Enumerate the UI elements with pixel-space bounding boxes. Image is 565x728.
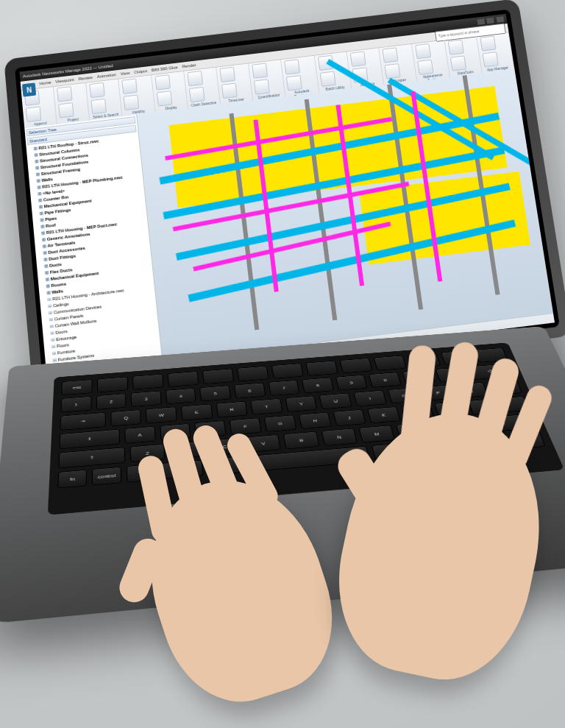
key[interactable] bbox=[168, 371, 199, 387]
key[interactable]: J bbox=[333, 409, 366, 426]
key[interactable]: 1 bbox=[60, 396, 91, 413]
ribbon-button-icon[interactable] bbox=[124, 94, 140, 110]
key[interactable]: R bbox=[216, 401, 248, 418]
key[interactable]: 6 bbox=[234, 383, 266, 399]
key[interactable] bbox=[374, 356, 408, 371]
key[interactable]: N bbox=[321, 428, 358, 446]
tab-home[interactable]: Home bbox=[39, 80, 51, 86]
tab-output[interactable]: Output bbox=[134, 68, 147, 74]
ribbon-button-icon[interactable] bbox=[89, 82, 105, 98]
app-menu-button[interactable]: N bbox=[22, 82, 36, 96]
key[interactable]: W bbox=[146, 406, 177, 423]
key[interactable]: E bbox=[181, 404, 213, 421]
minimize-icon[interactable] bbox=[477, 18, 485, 25]
key[interactable]: M bbox=[358, 425, 395, 442]
ribbon-button-icon[interactable] bbox=[415, 43, 431, 59]
ribbon-button-icon[interactable] bbox=[383, 47, 399, 63]
tab-viewpoint[interactable]: Viewpoint bbox=[55, 77, 74, 84]
key[interactable]: 5 bbox=[199, 385, 231, 401]
ribbon-button-icon[interactable] bbox=[219, 67, 235, 82]
key[interactable] bbox=[132, 374, 164, 390]
close-icon[interactable] bbox=[496, 16, 504, 23]
ribbon-group: TimeLiner bbox=[216, 63, 253, 105]
ribbon-group: Quantification bbox=[249, 60, 285, 102]
key[interactable]: G bbox=[264, 415, 296, 432]
maximize-icon[interactable] bbox=[486, 17, 494, 24]
key[interactable]: 4 bbox=[166, 388, 196, 404]
key[interactable]: I bbox=[353, 390, 387, 406]
ribbon-group: Visibility bbox=[119, 75, 156, 117]
key[interactable]: U bbox=[319, 393, 352, 409]
ribbon-button-icon[interactable] bbox=[482, 52, 498, 67]
ribbon-group: App Manager bbox=[477, 32, 515, 74]
app-screen: Autodesk Navisworks Manage 2022 — Untitl… bbox=[19, 14, 555, 386]
tab-review[interactable]: Review bbox=[78, 75, 93, 81]
ribbon-group: Display bbox=[152, 71, 188, 113]
key[interactable]: T bbox=[250, 398, 282, 415]
ribbon-button-icon[interactable] bbox=[480, 36, 496, 52]
ribbon-button-icon[interactable] bbox=[187, 71, 203, 86]
ribbon-button-icon[interactable] bbox=[385, 63, 401, 79]
ribbon-button-icon[interactable] bbox=[417, 60, 433, 75]
ribbon-group: Autodesk Rendering bbox=[281, 56, 320, 98]
key[interactable] bbox=[305, 361, 338, 376]
ribbon-button-icon[interactable] bbox=[286, 75, 302, 91]
key[interactable]: H bbox=[299, 412, 332, 429]
key[interactable] bbox=[202, 369, 235, 384]
ribbon-button-icon[interactable] bbox=[156, 91, 172, 106]
ribbon-group: Clash Detective bbox=[184, 68, 221, 110]
ribbon-group: Select & Search bbox=[86, 79, 123, 121]
ribbon-button-icon[interactable] bbox=[58, 102, 74, 119]
ribbon-group: DataTools bbox=[444, 36, 483, 77]
tab-bim360[interactable]: BIM 360 Glue bbox=[151, 65, 177, 72]
key[interactable]: 0 bbox=[369, 372, 402, 388]
key[interactable]: 7 bbox=[268, 380, 300, 396]
key-ctrl[interactable]: control bbox=[92, 467, 121, 486]
key-fn[interactable]: fn bbox=[57, 470, 87, 489]
ribbon-button-icon[interactable] bbox=[284, 59, 300, 74]
key-shift[interactable]: ⇧ bbox=[58, 447, 126, 468]
ribbon-button-icon[interactable] bbox=[447, 40, 463, 55]
key[interactable]: K bbox=[367, 406, 401, 423]
ribbon-button-icon[interactable] bbox=[252, 63, 268, 78]
key[interactable]: Q bbox=[110, 409, 141, 426]
key[interactable]: Y bbox=[285, 395, 318, 412]
ribbon-button-icon[interactable] bbox=[122, 79, 138, 94]
ribbon-button-icon[interactable] bbox=[350, 52, 366, 67]
key[interactable] bbox=[237, 366, 269, 381]
key[interactable]: F bbox=[230, 417, 262, 435]
key[interactable]: 3 bbox=[131, 391, 162, 407]
key[interactable]: 8 bbox=[302, 378, 334, 394]
key-caps[interactable]: ⇪ bbox=[59, 429, 119, 449]
key[interactable]: 2 bbox=[96, 393, 126, 409]
ribbon-group: Appearance Profiler bbox=[412, 40, 450, 82]
ribbon-button-icon[interactable] bbox=[91, 99, 107, 115]
key[interactable] bbox=[97, 377, 128, 393]
3d-viewport[interactable] bbox=[137, 69, 553, 362]
ribbon-button-icon[interactable] bbox=[26, 106, 41, 122]
tab-view[interactable]: View bbox=[120, 71, 129, 76]
ribbon-button-icon[interactable] bbox=[154, 74, 171, 90]
tab-animation[interactable]: Animation bbox=[96, 72, 116, 79]
ribbon-button-icon[interactable] bbox=[221, 83, 238, 99]
ribbon-button-icon[interactable] bbox=[450, 55, 466, 71]
key[interactable]: B bbox=[283, 431, 319, 450]
key-tab[interactable]: ⇥ bbox=[60, 412, 106, 431]
key[interactable]: esc bbox=[61, 379, 93, 395]
ribbon-button-icon[interactable] bbox=[254, 79, 270, 94]
key[interactable]: 9 bbox=[335, 375, 368, 391]
ribbon-group: Scripter bbox=[380, 44, 417, 85]
ribbon-button-icon[interactable] bbox=[57, 86, 72, 102]
key[interactable] bbox=[340, 358, 373, 373]
ribbon-button-icon[interactable] bbox=[189, 87, 205, 102]
key[interactable] bbox=[271, 363, 304, 378]
ribbon-group: Project bbox=[54, 83, 90, 125]
tab-render[interactable]: Render bbox=[182, 63, 196, 68]
key[interactable]: A bbox=[124, 426, 156, 444]
ribbon-button-icon[interactable] bbox=[320, 71, 336, 87]
